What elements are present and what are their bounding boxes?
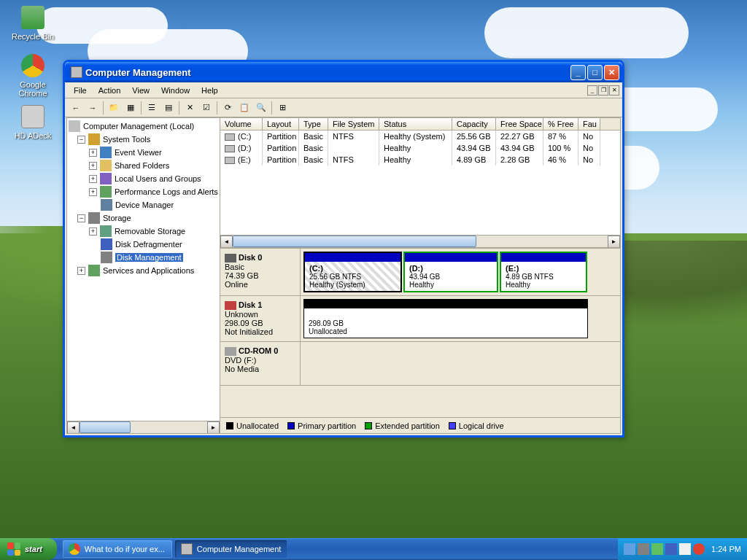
- expand-icon[interactable]: +: [89, 162, 97, 170]
- window-title: Computer Management: [85, 67, 570, 78]
- col-pct[interactable]: % Free: [543, 118, 578, 130]
- scroll-right-button[interactable]: ►: [608, 236, 620, 248]
- forward-button[interactable]: →: [85, 100, 101, 116]
- disk-info[interactable]: Disk 0Basic74.39 GBOnline: [220, 249, 301, 295]
- chrome-icon: [21, 54, 44, 77]
- tree-storage[interactable]: −Storage: [69, 211, 218, 225]
- mdi-minimize-button[interactable]: _: [587, 85, 597, 96]
- collapse-icon[interactable]: −: [77, 136, 85, 144]
- taskbar-item-chrome[interactable]: What to do if your ex...: [63, 540, 172, 558]
- legend: Unallocated Primary partition Extended p…: [220, 417, 620, 433]
- tray-icon[interactable]: [665, 543, 677, 555]
- start-button[interactable]: start: [0, 538, 57, 560]
- partition[interactable]: (E:)4.89 GB NTFSHealthy: [500, 252, 587, 292]
- taskbar-item-computer-management[interactable]: Computer Management: [175, 540, 287, 558]
- chrome-icon: [69, 543, 80, 555]
- col-volume[interactable]: Volume: [220, 118, 263, 130]
- col-layout[interactable]: Layout: [263, 118, 299, 130]
- swatch-primary: [287, 422, 295, 429]
- minimize-button[interactable]: _: [570, 65, 586, 80]
- expand-icon[interactable]: +: [89, 228, 97, 236]
- settings-button[interactable]: ☑: [198, 100, 214, 116]
- clock[interactable]: 1:24 PM: [711, 545, 741, 553]
- delete-button[interactable]: ✕: [182, 100, 198, 116]
- tree-device-manager[interactable]: Device Manager: [69, 198, 218, 211]
- tree-services[interactable]: +Services and Applications: [69, 264, 218, 277]
- tree-scrollbar[interactable]: ◄ ►: [67, 421, 220, 433]
- back-button[interactable]: ←: [68, 100, 84, 116]
- col-status[interactable]: Status: [379, 118, 452, 130]
- disk-row: CD-ROM 0DVD (F:)No Media: [220, 342, 620, 386]
- desktop-icon-hd-adeck[interactable]: HD ADeck: [7, 105, 58, 140]
- scroll-right-button[interactable]: ►: [207, 421, 220, 433]
- volume-scrollbar[interactable]: ◄ ►: [220, 235, 620, 247]
- adeck-icon: [21, 105, 44, 128]
- menu-window[interactable]: Window: [155, 85, 196, 96]
- titlebar[interactable]: Computer Management _ □ ✕: [65, 62, 622, 82]
- tray-icon[interactable]: [651, 543, 663, 555]
- expand-icon[interactable]: +: [89, 149, 97, 157]
- collapse-icon[interactable]: −: [77, 214, 85, 222]
- expand-icon[interactable]: +: [89, 175, 97, 183]
- col-capacity[interactable]: Capacity: [452, 118, 496, 130]
- menu-help[interactable]: Help: [196, 85, 224, 96]
- up-button[interactable]: 📁: [106, 100, 122, 116]
- tree-system-tools[interactable]: −System Tools: [69, 133, 218, 146]
- col-fs[interactable]: File System: [328, 118, 379, 130]
- col-fault[interactable]: Fau: [578, 118, 600, 130]
- tray-icon[interactable]: [679, 543, 691, 555]
- help-button[interactable]: ⊞: [274, 100, 290, 116]
- search-button[interactable]: 🔍: [253, 100, 269, 116]
- tray-icon[interactable]: [693, 543, 705, 555]
- tray-icon[interactable]: [624, 543, 635, 555]
- partition[interactable]: (C:)25.56 GB NTFSHealthy (System): [303, 252, 402, 292]
- tree-shared-folders[interactable]: +Shared Folders: [69, 159, 218, 172]
- tree-disk-defragmenter[interactable]: Disk Defragmenter: [69, 238, 218, 251]
- expand-icon[interactable]: +: [77, 267, 85, 275]
- disk-info[interactable]: CD-ROM 0DVD (F:)No Media: [220, 342, 301, 385]
- defrag-icon: [101, 238, 112, 250]
- refresh-button[interactable]: ⟳: [220, 100, 236, 116]
- desktop-icon-recycle-bin[interactable]: Recycle Bin: [7, 6, 58, 41]
- tree-perf-logs[interactable]: +Performance Logs and Alerts: [69, 185, 218, 198]
- device-icon: [101, 199, 112, 211]
- mdi-close-button[interactable]: ✕: [609, 85, 619, 96]
- export-button[interactable]: 📋: [236, 100, 252, 116]
- menu-action[interactable]: Action: [93, 85, 127, 96]
- tree-removable-storage[interactable]: +Removable Storage: [69, 225, 218, 238]
- desktop-icon-label: Recycle Bin: [7, 32, 58, 41]
- swatch-extended: [365, 422, 372, 429]
- menu-view[interactable]: View: [126, 85, 155, 96]
- partition[interactable]: 298.09 GBUnallocated: [303, 299, 588, 338]
- menu-file[interactable]: File: [68, 85, 93, 96]
- tree-root[interactable]: Computer Management (Local): [69, 120, 218, 133]
- system-tray[interactable]: 1:24 PM: [618, 538, 747, 560]
- volume-row[interactable]: (C:)PartitionBasicNTFSHealthy (System)25…: [220, 131, 620, 142]
- col-type[interactable]: Type: [299, 118, 328, 130]
- properties-button[interactable]: ☰: [144, 100, 160, 116]
- disk-partitions: 298.09 GBUnallocated: [301, 296, 620, 341]
- maximize-button[interactable]: □: [587, 65, 603, 80]
- disk-graphical-view: Disk 0Basic74.39 GBOnline(C:)25.56 GB NT…: [220, 247, 620, 417]
- list-button[interactable]: ▤: [160, 100, 177, 116]
- swatch-unallocated: [226, 422, 233, 429]
- volume-row[interactable]: (D:)PartitionBasicHealthy43.94 GB43.94 G…: [220, 142, 620, 154]
- disk-row: Disk 0Basic74.39 GBOnline(C:)25.56 GB NT…: [220, 249, 620, 296]
- tree-disk-management[interactable]: Disk Management: [69, 251, 218, 264]
- close-button[interactable]: ✕: [604, 65, 619, 80]
- perf-icon: [100, 186, 112, 198]
- tree-event-viewer[interactable]: +Event Viewer: [69, 146, 218, 159]
- expand-icon[interactable]: +: [89, 188, 97, 196]
- disk-icon: [225, 301, 236, 310]
- show-hide-button[interactable]: ▦: [123, 100, 139, 116]
- mdi-restore-button[interactable]: ❐: [598, 85, 608, 96]
- tray-icon[interactable]: [638, 543, 649, 555]
- disk-info[interactable]: Disk 1Unknown298.09 GBNot Initialized: [220, 296, 301, 341]
- scroll-left-button[interactable]: ◄: [67, 421, 80, 433]
- col-free[interactable]: Free Space: [496, 118, 543, 130]
- tree-local-users[interactable]: +Local Users and Groups: [69, 172, 218, 185]
- scroll-left-button[interactable]: ◄: [220, 236, 233, 248]
- partition[interactable]: (D:)43.94 GBHealthy: [403, 252, 498, 292]
- desktop-icon-chrome[interactable]: Google Chrome: [7, 54, 58, 98]
- volume-row[interactable]: (E:)PartitionBasicNTFSHealthy4.89 GB2.28…: [220, 154, 620, 166]
